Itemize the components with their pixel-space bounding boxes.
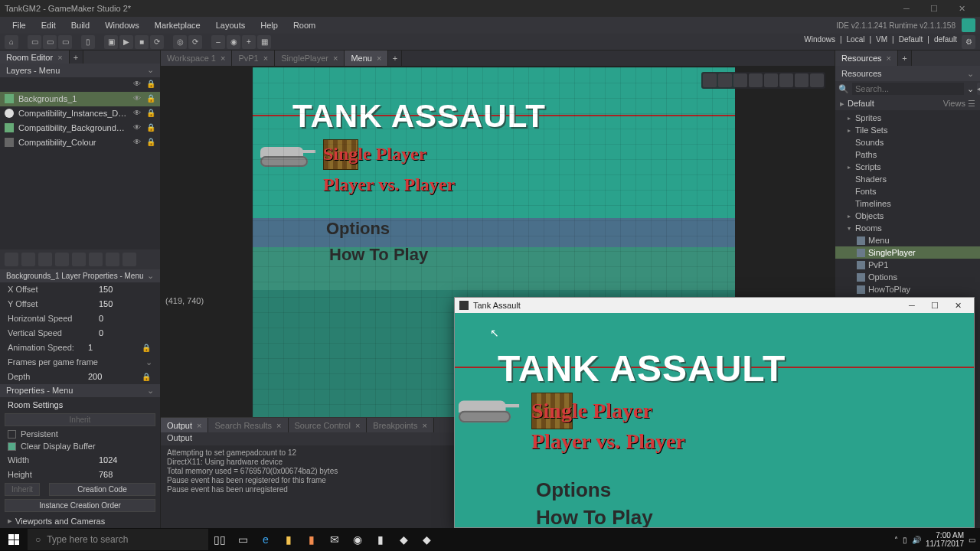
maximize-button[interactable]: ☐	[920, 0, 948, 17]
sync-icon[interactable]: ⟳	[188, 35, 202, 49]
target-device[interactable]: default	[934, 35, 957, 49]
target-config[interactable]: Default	[899, 35, 923, 49]
menu-option-howto[interactable]: How To Play	[329, 245, 428, 265]
frames-per-gf-select[interactable]: Frames per game frame	[8, 357, 145, 367]
add-doc-tab-button[interactable]: +	[388, 51, 402, 66]
folder-shaders[interactable]: Shaders	[835, 173, 980, 185]
debug-button[interactable]: ▣	[104, 35, 118, 49]
folder-rooms[interactable]: ▾Rooms	[835, 222, 980, 234]
delete-layer-button[interactable]	[106, 253, 119, 266]
store-icon[interactable]: ▮	[300, 528, 323, 551]
lock-icon[interactable]: 🔒	[142, 373, 152, 381]
edge-icon[interactable]: e	[254, 528, 277, 551]
folder-fonts[interactable]: Fonts	[835, 185, 980, 197]
layer-compat-instances[interactable]: Compatibility_Instances_Depth_0👁🔒	[0, 106, 160, 121]
clean-button[interactable]: ⟳	[150, 35, 164, 49]
instance-order-button[interactable]: Instance Creation Order	[5, 499, 155, 512]
layers-header[interactable]: Layers - Menu⌄	[0, 64, 160, 77]
folder-timelines[interactable]: Timelines	[835, 197, 980, 210]
taskbar-clock[interactable]: 7:00 AM11/17/2017	[926, 531, 964, 548]
menu-option-howto[interactable]: How To Play	[536, 506, 653, 527]
notifications-icon[interactable]	[962, 18, 975, 32]
tray-volume-icon[interactable]: 🔊	[912, 536, 921, 544]
room-howtoplay[interactable]: HowToPlay	[835, 283, 980, 295]
game-runtime-window[interactable]: Tank Assault ─ ☐ ✕ TANK ASSAULT Single P…	[454, 297, 975, 528]
close-button[interactable]: ✕	[948, 0, 975, 17]
menu-option-single[interactable]: Single Player	[531, 399, 652, 423]
folder-paths[interactable]: Paths	[835, 148, 980, 161]
folder-tilesets[interactable]: ▸Tile Sets	[835, 124, 980, 136]
zoom-out-button[interactable]: –	[211, 35, 225, 49]
tab-output[interactable]: Output×	[161, 418, 208, 432]
game-minimize-button[interactable]: ─	[900, 298, 923, 313]
room-options[interactable]: Options	[835, 271, 980, 283]
clear-buffer-checkbox[interactable]: Clear Display Buffer	[0, 440, 160, 452]
menu-windows[interactable]: Windows	[97, 18, 147, 32]
run-button[interactable]: ▶	[119, 35, 133, 49]
layers-button[interactable]	[810, 73, 824, 87]
width-value[interactable]: 1024	[99, 455, 152, 465]
home-button[interactable]: ⌂	[5, 35, 18, 49]
add-resources-tab[interactable]: +	[898, 51, 912, 66]
room-props-header[interactable]: Properties - Menu⌄	[0, 384, 160, 397]
height-value[interactable]: 768	[99, 470, 152, 479]
resources-tab[interactable]: Resources×	[835, 51, 898, 66]
tab-menu[interactable]: Menu×	[345, 51, 388, 66]
layer-props-header[interactable]: Backgrounds_1 Layer Properties - Menu⌄	[0, 269, 160, 282]
layer-compat-colour[interactable]: Compatibility_Colour👁🔒	[0, 135, 160, 150]
menu-room[interactable]: Room	[286, 18, 323, 32]
xoffset-value[interactable]: 150	[99, 285, 152, 294]
menu-option-pvp[interactable]: Player vs. Player	[323, 174, 455, 195]
target-vm[interactable]: VM	[876, 35, 887, 49]
gms-icon[interactable]: ◆	[392, 528, 415, 551]
app-icon-2[interactable]: ◆	[415, 528, 438, 551]
depth-value[interactable]: 200	[88, 372, 142, 381]
new-path-layer-button[interactable]	[55, 253, 69, 266]
lock-icon[interactable]: 🔒	[142, 344, 152, 352]
taskview-button[interactable]: ▭	[231, 528, 254, 551]
chevron-down-icon[interactable]: ⌄	[967, 84, 974, 94]
nav-prev-button[interactable]: ◀	[977, 83, 980, 95]
zoom-in-button[interactable]	[749, 73, 763, 87]
expand-button[interactable]: ▦	[257, 35, 271, 49]
menu-help[interactable]: Help	[253, 18, 286, 32]
menu-build[interactable]: Build	[64, 18, 97, 32]
zoom-reset-button[interactable]: ◉	[227, 35, 240, 49]
minimize-button[interactable]: ─	[893, 0, 920, 17]
inherit-button-2[interactable]: Inherit	[5, 483, 40, 496]
folder-sprites[interactable]: ▸Sprites	[835, 112, 980, 124]
layer-compat-background[interactable]: Compatibility_Background_0_backgr...👁🔒	[0, 121, 160, 135]
resources-view-row[interactable]: ▸Default Views ☰	[835, 96, 980, 110]
folder-objects[interactable]: ▸Objects	[835, 210, 980, 222]
explorer-icon[interactable]: ▮	[277, 528, 300, 551]
menu-file[interactable]: File	[5, 18, 34, 32]
zoom-out-button[interactable]	[718, 73, 732, 87]
menu-option-pvp[interactable]: Player vs. Player	[531, 429, 685, 454]
taskbar-search[interactable]: ○Type here to search	[28, 529, 208, 550]
new-bg-layer-button[interactable]	[21, 253, 35, 266]
room-editor-tab[interactable]: Room Editor×	[0, 51, 70, 64]
action-center-icon[interactable]: ▭	[969, 536, 975, 544]
center-button[interactable]	[779, 73, 793, 87]
open-project-button[interactable]: ▭	[43, 35, 57, 49]
tray-network-icon[interactable]: ▯	[903, 536, 907, 544]
layer-backgrounds-1[interactable]: Backgrounds_1👁🔒	[0, 92, 160, 106]
new-asset-layer-button[interactable]	[72, 253, 86, 266]
lock-icon[interactable]: 🔒	[146, 80, 155, 89]
room-singleplayer[interactable]: SinglePlayer	[835, 246, 980, 259]
inherit-button[interactable]: Inherit	[5, 413, 155, 426]
new-project-button[interactable]: ▭	[28, 35, 41, 49]
zoom-reset-button[interactable]	[733, 73, 747, 87]
yoffset-value[interactable]: 150	[99, 299, 152, 308]
crate-sprite[interactable]	[323, 139, 358, 170]
game-close-button[interactable]: ✕	[946, 298, 969, 313]
game-viewport[interactable]: TANK ASSAULT Single Player Player vs. Pl…	[455, 313, 974, 527]
play-button[interactable]	[795, 73, 808, 87]
menu-option-options[interactable]: Options	[326, 219, 390, 239]
tank-sprite[interactable]	[260, 147, 308, 168]
menu-option-options[interactable]: Options	[536, 478, 611, 502]
menu-marketplace[interactable]: Marketplace	[147, 18, 208, 32]
grid-toggle-button[interactable]	[703, 73, 717, 87]
tab-pvp1[interactable]: PvP1×	[232, 51, 275, 66]
stop-button[interactable]: ■	[135, 35, 149, 49]
